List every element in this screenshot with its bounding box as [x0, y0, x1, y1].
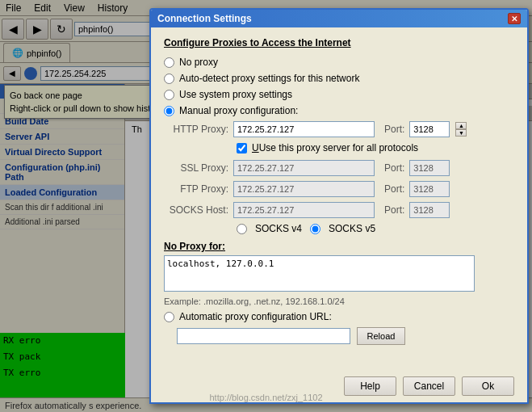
ftp-proxy-input[interactable]	[233, 181, 375, 197]
dialog-close-button[interactable]: ✕	[508, 13, 521, 24]
auto-detect-radio[interactable]	[164, 74, 174, 84]
ssl-proxy-input[interactable]	[233, 160, 375, 176]
http-port-label: Port:	[384, 124, 404, 135]
manual-proxy-row: Manual proxy configuration:	[164, 105, 514, 116]
use-all-protocols-checkbox[interactable]	[237, 143, 247, 153]
socks-port-label: Port:	[384, 204, 404, 216]
dialog-title: Connection Settings	[157, 13, 252, 24]
manual-proxy-radio[interactable]	[164, 106, 174, 116]
system-proxy-row: Use system proxy settings	[164, 89, 514, 100]
socks-proxy-row: SOCKS Host: Port:	[164, 202, 514, 218]
use-all-protocols-label: UUse this proxy server for all protocols	[252, 142, 418, 153]
connection-settings-dialog: Connection Settings ✕ Configure Proxies …	[149, 8, 529, 404]
no-proxy-for-label: No Proxy for:	[164, 241, 514, 252]
cancel-button[interactable]: Cancel	[403, 376, 455, 396]
socks-version-row: SOCKS v4 SOCKS v5	[237, 223, 514, 234]
dialog-footer: Help Cancel Ok	[344, 376, 514, 396]
ftp-proxy-row: FTP Proxy: Port:	[164, 181, 514, 197]
ok-button[interactable]: Ok	[462, 376, 514, 396]
ssl-port-input[interactable]	[409, 160, 450, 176]
auto-proxy-input-row: Reload	[177, 327, 514, 345]
auto-proxy-url-row: Automatic proxy configuration URL:	[164, 311, 514, 322]
reload-button-proxy[interactable]: Reload	[357, 327, 405, 345]
no-proxy-row: No proxy	[164, 57, 514, 68]
auto-detect-label: Auto-detect proxy settings for this netw…	[179, 73, 359, 84]
socks-proxy-label: SOCKS Host:	[164, 204, 228, 216]
use-all-protocols-row: UUse this proxy server for all protocols	[237, 142, 514, 153]
example-text: Example: .mozilla.org, .net.nz, 192.168.…	[164, 296, 514, 306]
system-proxy-label: Use system proxy settings	[179, 89, 292, 100]
socks-proxy-input[interactable]	[233, 202, 375, 218]
dialog-body: Configure Proxies to Access the Internet…	[151, 27, 527, 355]
no-proxy-radio[interactable]	[164, 57, 174, 68]
ssl-proxy-label: SSL Proxy:	[164, 162, 228, 174]
ssl-proxy-row: SSL Proxy: Port:	[164, 160, 514, 176]
auto-detect-row: Auto-detect proxy settings for this netw…	[164, 73, 514, 84]
watermark: http://blog.csdn.net/zxj_1102	[209, 393, 322, 402]
socks-port-input[interactable]	[409, 202, 450, 218]
dialog-title-bar: Connection Settings ✕	[151, 10, 527, 27]
system-proxy-radio[interactable]	[164, 90, 174, 100]
dialog-section-title: Configure Proxies to Access the Internet	[164, 37, 514, 48]
http-port-spinner: ▲ ▼	[455, 122, 467, 137]
no-proxy-label-text: No proxy	[179, 57, 218, 68]
http-port-down[interactable]: ▼	[455, 129, 467, 137]
ssl-port-label: Port:	[384, 162, 404, 174]
manual-proxy-label: Manual proxy configuration:	[179, 105, 298, 116]
socks-v4-label: SOCKS v4	[255, 223, 302, 234]
help-button[interactable]: Help	[344, 376, 396, 396]
auto-proxy-url-radio[interactable]	[164, 312, 174, 322]
ftp-proxy-label: FTP Proxy:	[164, 183, 228, 195]
no-proxy-textarea[interactable]: localhost, 127.0.0.1	[164, 255, 475, 292]
http-port-input[interactable]	[409, 121, 450, 137]
http-proxy-input[interactable]	[233, 121, 375, 137]
http-port-up[interactable]: ▲	[455, 122, 467, 129]
ftp-port-label: Port:	[384, 183, 404, 195]
socks-v4-radio[interactable]	[237, 224, 247, 234]
http-proxy-row: HTTP Proxy: Port: ▲ ▼	[164, 121, 514, 137]
auto-proxy-url-input[interactable]	[177, 328, 350, 344]
socks-v5-label: SOCKS v5	[329, 223, 375, 234]
socks-v5-radio[interactable]	[310, 224, 320, 234]
http-proxy-label: HTTP Proxy:	[164, 124, 228, 135]
auto-proxy-url-label: Automatic proxy configuration URL:	[179, 311, 332, 322]
ftp-port-input[interactable]	[409, 181, 450, 197]
